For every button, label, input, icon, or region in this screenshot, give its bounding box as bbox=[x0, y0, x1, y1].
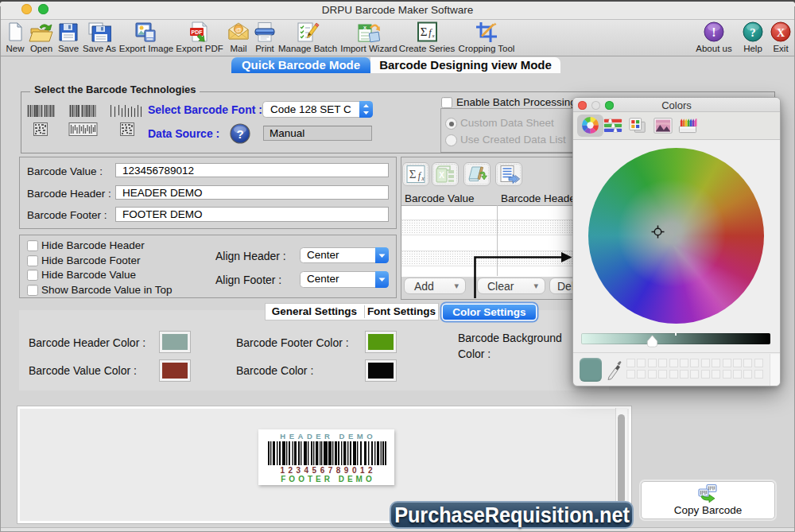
svg-text:Σ: Σ bbox=[409, 168, 417, 181]
svg-text:?: ? bbox=[236, 127, 243, 141]
svg-text:X: X bbox=[777, 27, 785, 39]
svg-text:X: X bbox=[363, 25, 366, 30]
svg-text:x: x bbox=[421, 175, 425, 182]
svg-text:Σ: Σ bbox=[421, 25, 428, 38]
svg-text:X: X bbox=[439, 171, 444, 180]
